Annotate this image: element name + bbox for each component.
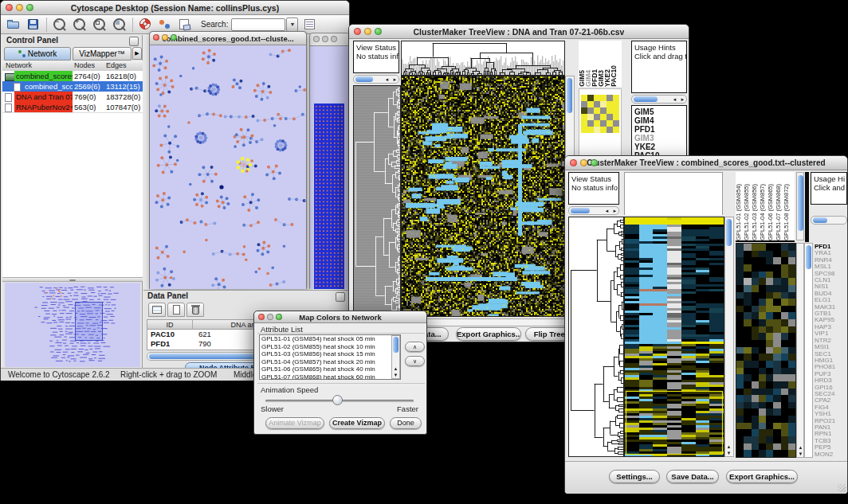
network-row[interactable]: DNA and Tran 07769(0)183728(0) bbox=[2, 92, 143, 102]
network-titlebar[interactable]: combined_scores_good.txt--cluste... bbox=[150, 32, 306, 45]
heatmap-cell[interactable] bbox=[581, 114, 587, 120]
column-header[interactable]: Network bbox=[6, 61, 32, 71]
move-down-button[interactable]: ∨ bbox=[405, 356, 425, 366]
heatmap-cell[interactable] bbox=[594, 107, 600, 114]
help-lifesaver-icon[interactable] bbox=[139, 18, 153, 31]
attribute-table-icon[interactable] bbox=[148, 303, 166, 317]
close-button[interactable] bbox=[6, 4, 13, 11]
zoom-view-scrollbar[interactable]: ▲▼ bbox=[796, 243, 804, 458]
heatmap-cell[interactable] bbox=[594, 120, 600, 127]
panel-divider[interactable] bbox=[2, 277, 143, 282]
save-icon[interactable] bbox=[26, 18, 41, 31]
heatmap-cell[interactable] bbox=[587, 101, 594, 107]
secondary-net-titlebar[interactable] bbox=[310, 33, 349, 46]
gene-list-vscrollbar[interactable] bbox=[804, 243, 813, 458]
main-titlebar[interactable]: Cytoscape Desktop (Session Name: collins… bbox=[1, 1, 349, 15]
heatmap-cell[interactable] bbox=[594, 114, 600, 120]
heatmap-cell[interactable] bbox=[607, 120, 613, 127]
network-canvas[interactable] bbox=[150, 45, 306, 289]
heatmap-cell[interactable] bbox=[581, 127, 587, 133]
minimize-button[interactable] bbox=[162, 34, 168, 41]
minimize-button[interactable] bbox=[364, 28, 371, 35]
global-heatmap[interactable] bbox=[401, 76, 565, 317]
delete-attribute-trash-icon[interactable] bbox=[186, 303, 204, 317]
column-header[interactable]: Edges bbox=[106, 61, 127, 71]
close-button[interactable] bbox=[354, 28, 361, 35]
heatmap-cell[interactable] bbox=[600, 127, 607, 133]
heatmap-cell[interactable] bbox=[613, 101, 619, 107]
column-header[interactable]: Nodes bbox=[74, 61, 95, 71]
zoom-button[interactable] bbox=[331, 36, 337, 42]
export-graphics-button[interactable]: Export Graphics... bbox=[726, 470, 798, 483]
global-heatmap[interactable] bbox=[624, 217, 724, 457]
array-label-vscrollbar[interactable] bbox=[796, 172, 804, 240]
zoom-heatmap[interactable] bbox=[581, 95, 619, 133]
heatmap-cell[interactable] bbox=[613, 107, 619, 114]
export-graphics-button[interactable]: Export Graphics... bbox=[456, 327, 521, 341]
settings-button[interactable]: Settings... bbox=[609, 470, 660, 483]
close-button[interactable] bbox=[570, 159, 577, 166]
network-overview-thumbnail[interactable] bbox=[5, 283, 140, 367]
heatmap-cell[interactable] bbox=[587, 120, 594, 127]
gene-dendrogram[interactable] bbox=[353, 85, 401, 318]
gene-label[interactable]: PFD1 bbox=[634, 125, 684, 134]
attribute-item[interactable]: GPL51-04 (GSM857) heat shock 20 min bbox=[260, 358, 400, 366]
network-row[interactable]: RNAPuberNov2+I563(0)107847(0) bbox=[2, 102, 143, 112]
search-options-icon[interactable] bbox=[304, 18, 318, 31]
view-status-hscrollbar[interactable]: ◄► bbox=[568, 206, 619, 215]
heatmap-cell[interactable] bbox=[581, 95, 587, 101]
search-input[interactable] bbox=[231, 18, 285, 31]
search-dropdown-arrow[interactable]: ▼ bbox=[286, 18, 298, 32]
tab-network[interactable]: Network bbox=[4, 47, 71, 61]
resize-grip[interactable] bbox=[838, 484, 846, 492]
zoom-selected-icon[interactable] bbox=[112, 18, 127, 31]
array-label[interactable]: GPL51-08 (GSM872) bbox=[783, 184, 791, 240]
minimize-button[interactable] bbox=[322, 36, 328, 42]
move-up-button[interactable]: ∧ bbox=[405, 342, 425, 352]
dense-cluster-network-canvas[interactable] bbox=[310, 46, 349, 289]
panel-float-icon[interactable] bbox=[129, 37, 139, 46]
heatmap-cell[interactable] bbox=[581, 107, 587, 114]
gene-label[interactable]: GIM4 bbox=[634, 116, 684, 125]
heatmap-cell[interactable] bbox=[613, 114, 619, 120]
heatmap-cell[interactable] bbox=[607, 127, 613, 133]
usage-hints-hscrollbar[interactable] bbox=[811, 216, 847, 225]
treeview-combined-titlebar[interactable]: ClusterMaker TreeView : combined_scores_… bbox=[565, 156, 847, 170]
heatmap-vscrollbar[interactable]: ▲▼ bbox=[724, 217, 734, 457]
zoom-button[interactable] bbox=[171, 34, 177, 41]
attribute-item[interactable]: GPL51-02 (GSM855) heat shock 10 min bbox=[260, 343, 400, 351]
heatmap-cell[interactable] bbox=[607, 101, 613, 107]
gene-label[interactable]: GIM3 bbox=[634, 134, 684, 143]
save-data-button[interactable]: Save Data... bbox=[666, 470, 719, 483]
heatmap-cell[interactable] bbox=[600, 114, 607, 120]
gene-label[interactable]: YKE2 bbox=[634, 143, 684, 151]
speed-slider-thumb[interactable] bbox=[332, 395, 343, 405]
heatmap-cell[interactable] bbox=[613, 127, 619, 133]
network-row[interactable]: combined_sco2569(6)13112(15) bbox=[2, 81, 143, 92]
view-status-hscrollbar[interactable]: ◄► bbox=[353, 75, 399, 84]
treeview-dna-titlebar[interactable]: ClusterMaker TreeView : DNA and Tran 07-… bbox=[349, 25, 689, 39]
attribute-list-vscrollbar[interactable]: ▲▼ bbox=[391, 335, 400, 379]
heatmap-cell[interactable] bbox=[607, 107, 613, 114]
array-dendrogram[interactable] bbox=[401, 41, 565, 76]
snapshot-icon[interactable] bbox=[179, 18, 193, 31]
gene-label[interactable]: GIM5 bbox=[634, 107, 684, 116]
gene-label[interactable]: MON2 bbox=[815, 451, 848, 457]
zoom-fit-icon[interactable] bbox=[92, 18, 107, 31]
minimize-button[interactable] bbox=[580, 159, 587, 166]
tab-vizmapper[interactable]: VizMapper™ bbox=[73, 47, 132, 61]
heatmap-cell[interactable] bbox=[587, 107, 594, 114]
create-vizmap-button[interactable]: Create Vizmap bbox=[329, 417, 385, 429]
open-folder-icon[interactable] bbox=[6, 18, 21, 31]
attribute-listbox[interactable]: GPL51-01 (GSM854) heat shock 05 minGPL51… bbox=[259, 334, 401, 380]
heatmap-cell[interactable] bbox=[587, 127, 594, 133]
attribute-item[interactable]: GPL51-07 (GSM868) heat shock 60 min bbox=[260, 373, 400, 381]
heatmap-cell[interactable] bbox=[587, 114, 594, 120]
array-label[interactable]: PAC10 bbox=[610, 65, 617, 87]
zoom-heatmap[interactable] bbox=[736, 243, 796, 458]
zoom-button[interactable] bbox=[591, 159, 598, 166]
heatmap-cell[interactable] bbox=[594, 127, 600, 133]
zoom-button[interactable] bbox=[276, 314, 282, 320]
attribute-item[interactable]: GPL51-06 (GSM865) heat shock 40 min bbox=[260, 365, 400, 373]
heatmap-cell[interactable] bbox=[600, 95, 607, 101]
